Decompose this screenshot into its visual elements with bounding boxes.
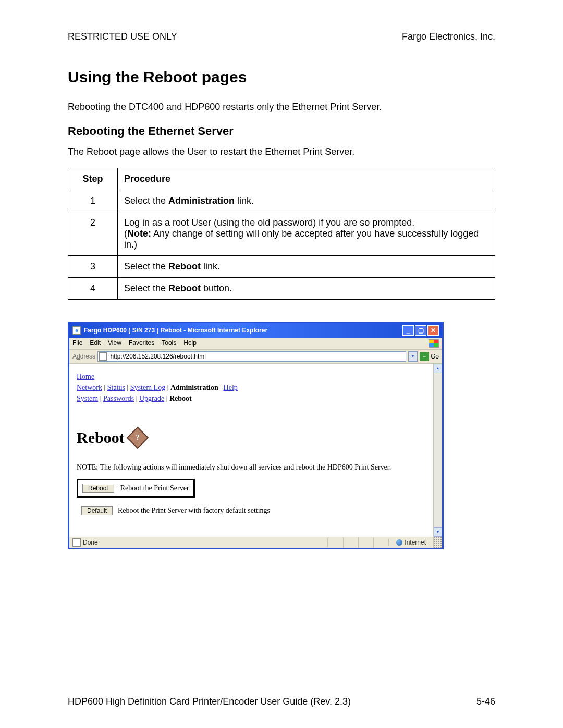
step-text: Select the Reboot button. [118, 277, 495, 299]
menu-file[interactable]: File [72, 339, 82, 348]
status-page-icon [72, 538, 81, 547]
scroll-down-button[interactable]: ▾ [434, 527, 442, 537]
page-footer: HDP600 High Definition Card Printer/Enco… [68, 696, 495, 707]
reboot-heading-text: Reboot [77, 429, 125, 447]
menu-help[interactable]: Help [183, 339, 197, 348]
status-cell [343, 537, 358, 548]
close-button[interactable]: ✕ [427, 325, 439, 336]
nav-system[interactable]: System [77, 394, 98, 402]
ie-address-bar: Address ▾ → Go [69, 350, 442, 364]
resize-grip-icon[interactable] [433, 537, 442, 548]
page-icon [99, 352, 107, 361]
reboot-note: NOTE: The following actions will immedia… [77, 463, 428, 472]
table-row: 1 Select the Administration link. [68, 190, 495, 212]
nav-status[interactable]: Status [107, 384, 125, 391]
status-cell [358, 537, 373, 548]
maximize-button[interactable]: ▢ [415, 325, 426, 336]
menu-edit[interactable]: Edit [90, 339, 101, 348]
go-label: Go [431, 353, 439, 360]
internet-zone-icon [396, 539, 402, 546]
footer-right: 5-46 [476, 696, 495, 707]
menu-favorites[interactable]: Favorites [129, 339, 154, 348]
header-left: RESTRICTED USE ONLY [68, 31, 177, 42]
address-input[interactable] [109, 352, 405, 361]
ie-vertical-scrollbar[interactable]: ▴ ▾ [433, 364, 442, 537]
status-text: Done [83, 539, 98, 546]
default-button[interactable]: Default [81, 506, 113, 515]
header-right: Fargo Electronics, Inc. [402, 31, 495, 42]
page-heading-reboot: Reboot [77, 429, 428, 447]
reboot-highlight-box: Reboot Reboot the Print Server [77, 479, 195, 498]
table-row: 3 Select the Reboot link. [68, 255, 495, 277]
step-number: 1 [68, 190, 118, 212]
step-number: 4 [68, 277, 118, 299]
go-arrow-icon: → [420, 352, 429, 361]
nav-network[interactable]: Network [77, 384, 102, 391]
screenshot-ie-window: e Fargo HDP600 ( S/N 273 ) Reboot - Micr… [68, 322, 444, 549]
windows-flag-icon [429, 339, 439, 348]
document-page: RESTRICTED USE ONLY Fargo Electronics, I… [0, 0, 563, 728]
step-number: 2 [68, 212, 118, 255]
ie-page-icon: e [72, 326, 81, 335]
nav-upgrade[interactable]: Upgrade [139, 394, 164, 402]
nav-administration[interactable]: Administration [170, 384, 218, 391]
nav-reboot[interactable]: Reboot [169, 394, 192, 402]
address-label: Address [72, 353, 95, 360]
ie-title-bar[interactable]: e Fargo HDP600 ( S/N 273 ) Reboot - Micr… [69, 323, 442, 338]
ie-status-bar: Done Internet [69, 537, 442, 548]
address-dropdown-button[interactable]: ▾ [408, 351, 418, 362]
menu-view[interactable]: View [108, 339, 121, 348]
default-action-row: Default Reboot the Print Server with fac… [77, 506, 428, 515]
step-text: Select the Administration link. [118, 190, 495, 212]
nav-home[interactable]: Home [77, 373, 94, 380]
minimize-button[interactable]: _ [402, 325, 414, 336]
ie-page-content: Home Network | Status | System Log | Adm… [69, 364, 433, 537]
heading-1: Using the Reboot pages [68, 68, 495, 86]
reboot-button[interactable]: Reboot [82, 484, 114, 493]
table-row: 4 Select the Reboot button. [68, 277, 495, 299]
scroll-up-button[interactable]: ▴ [434, 364, 442, 373]
footer-left: HDP600 High Definition Card Printer/Enco… [68, 696, 351, 707]
nav-passwords[interactable]: Passwords [103, 394, 134, 402]
step-text: Select the Reboot link. [118, 255, 495, 277]
site-nav-links: Home Network | Status | System Log | Adm… [77, 371, 428, 404]
col-header-procedure: Procedure [118, 168, 495, 190]
nav-system-log[interactable]: System Log [130, 384, 165, 391]
step-text: Log in as a root User (using the old pas… [118, 212, 495, 255]
reboot-desc: Reboot the Print Server [120, 484, 189, 492]
status-cell [373, 537, 388, 548]
default-desc: Reboot the Print Server with factory def… [118, 507, 270, 515]
nav-help[interactable]: Help [224, 384, 238, 391]
intro-paragraph: Rebooting the DTC400 and HDP600 restarts… [68, 101, 495, 113]
step-number: 3 [68, 255, 118, 277]
reboot-heading-icon [126, 426, 148, 448]
sub-intro-paragraph: The Reboot page allows the User to resta… [68, 145, 495, 158]
reboot-action-row: Reboot Reboot the Print Server [77, 479, 428, 498]
procedure-table: Step Procedure 1 Select the Administrati… [68, 168, 495, 300]
status-zone: Internet [388, 539, 433, 546]
status-zone-label: Internet [405, 539, 426, 546]
table-row: 2 Log in as a root User (using the old p… [68, 212, 495, 255]
menu-tools[interactable]: Tools [162, 339, 176, 348]
ie-window-title: Fargo HDP600 ( S/N 273 ) Reboot - Micros… [84, 327, 267, 334]
page-header: RESTRICTED USE ONLY Fargo Electronics, I… [68, 31, 495, 42]
ie-menu-bar: File Edit View Favorites Tools Help [69, 338, 442, 350]
go-button[interactable]: → Go [420, 352, 439, 361]
address-input-wrap[interactable] [97, 351, 406, 362]
status-cell [328, 537, 343, 548]
scroll-track[interactable] [434, 373, 442, 527]
heading-2: Rebooting the Ethernet Server [68, 125, 495, 138]
col-header-step: Step [68, 168, 118, 190]
